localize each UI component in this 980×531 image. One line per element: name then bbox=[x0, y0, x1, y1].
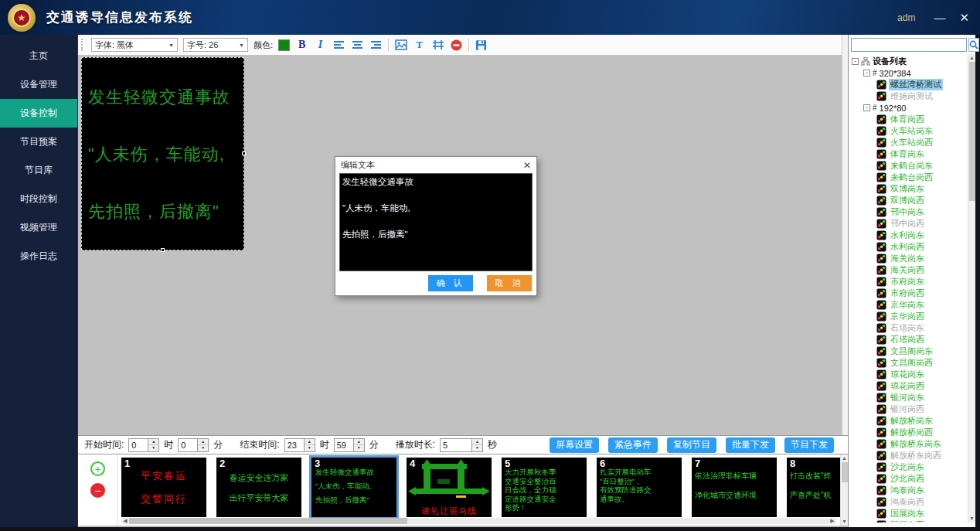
end-hour-stepper[interactable]: 23▲▼ bbox=[284, 438, 315, 452]
action-button[interactable]: 节目下发 bbox=[784, 437, 834, 453]
device-item[interactable]: 京华岗西 bbox=[852, 311, 975, 322]
resize-handle-bottom[interactable] bbox=[161, 248, 165, 252]
start-hour-stepper[interactable]: 0▲▼ bbox=[128, 438, 159, 452]
delete-button[interactable] bbox=[450, 39, 463, 52]
sidebar-item[interactable]: 设备控制 bbox=[0, 99, 77, 128]
device-item[interactable]: 邗中岗西 bbox=[852, 218, 975, 230]
device-item[interactable]: 海关岗东 bbox=[852, 253, 975, 264]
device-item[interactable]: 琼花岗西 bbox=[852, 380, 975, 392]
collapse-icon[interactable]: - bbox=[863, 104, 870, 111]
device-item[interactable]: 双博岗西 bbox=[852, 195, 975, 206]
device-item[interactable]: 石塔岗东 bbox=[852, 322, 975, 334]
action-button[interactable]: 复制节目 bbox=[667, 437, 716, 453]
font-family-select[interactable]: 字体: 黑体 ▼ bbox=[91, 38, 178, 52]
device-item[interactable]: 螺丝湾桥测试 bbox=[852, 79, 975, 90]
road-sign-button[interactable] bbox=[431, 39, 444, 52]
led-preview[interactable]: 发生轻微交通事故 "人未伤，车能动, 先拍照，后撤离" bbox=[81, 57, 244, 250]
italic-button[interactable]: I bbox=[314, 39, 327, 52]
bold-button[interactable]: B bbox=[295, 39, 308, 52]
dialog-textarea[interactable]: 发生轻微交通事故 "人未伤，车能动, 先拍照，后撤离" bbox=[339, 173, 533, 271]
scrollbar-thumb[interactable] bbox=[969, 62, 975, 201]
cancel-button[interactable]: 取 消 bbox=[487, 275, 532, 291]
device-item[interactable]: 鸿泰岗西 bbox=[852, 496, 975, 508]
device-search-input[interactable] bbox=[851, 38, 967, 52]
scroll-up-icon[interactable]: ▲ bbox=[842, 454, 847, 462]
device-item[interactable]: 文昌阁岗西 bbox=[852, 357, 975, 369]
playlist-item[interactable]: 4 bbox=[407, 458, 492, 517]
device-item[interactable]: 国展岗西 bbox=[852, 519, 975, 522]
playlist-horizontal-scrollbar[interactable]: ◀ ▶ bbox=[121, 518, 836, 524]
align-right-button[interactable] bbox=[369, 39, 383, 52]
collapse-icon[interactable]: - bbox=[863, 70, 870, 77]
device-item[interactable]: 来鹤台岗东 bbox=[852, 160, 975, 172]
scroll-up-icon[interactable]: ▲ bbox=[969, 54, 975, 62]
device-item[interactable]: 银河岗东 bbox=[852, 392, 975, 403]
device-item[interactable]: 邗中岗东 bbox=[852, 206, 975, 218]
search-button[interactable] bbox=[968, 38, 979, 52]
device-item[interactable]: 水利岗东 bbox=[852, 230, 975, 241]
font-size-select[interactable]: 字号: 26 ▼ bbox=[183, 38, 248, 52]
scroll-down-icon[interactable]: ▼ bbox=[842, 518, 847, 526]
insert-image-button[interactable] bbox=[394, 39, 407, 52]
playlist-item[interactable]: 5 bbox=[502, 458, 587, 517]
insert-text-button[interactable]: T bbox=[413, 39, 426, 52]
device-item[interactable]: 海关岗西 bbox=[852, 264, 975, 276]
sidebar-item[interactable]: 节目预案 bbox=[0, 128, 77, 156]
device-item[interactable]: 解放桥岗西 bbox=[852, 427, 975, 438]
playlist-item[interactable]: 8 bbox=[787, 458, 848, 517]
device-item[interactable]: 沙北岗西 bbox=[852, 473, 975, 485]
resize-handle-right[interactable] bbox=[242, 151, 246, 155]
scroll-left-icon[interactable]: ◀ bbox=[121, 518, 129, 524]
start-minute-stepper[interactable]: 0▲▼ bbox=[178, 438, 209, 452]
playlist-item[interactable]: 6 bbox=[597, 458, 682, 517]
add-program-button[interactable]: + bbox=[90, 461, 105, 476]
close-button[interactable]: ✕ bbox=[959, 12, 969, 23]
device-item[interactable]: 火车站岗西 bbox=[852, 137, 975, 148]
playlist-vertical-scrollbar[interactable]: ▲ ▼ bbox=[840, 454, 848, 526]
playlist-item[interactable]: 7 bbox=[692, 458, 777, 517]
dialog-close-icon[interactable]: ✕ bbox=[523, 160, 531, 171]
sidebar-item[interactable]: 主页 bbox=[0, 42, 77, 70]
device-item[interactable]: 来鹤台岗西 bbox=[852, 172, 975, 183]
sidebar-item[interactable]: 操作日志 bbox=[0, 242, 77, 271]
confirm-button[interactable]: 确 认 bbox=[428, 275, 473, 291]
action-button[interactable]: 屏幕设置 bbox=[550, 437, 599, 453]
action-button[interactable]: 批量下发 bbox=[726, 437, 775, 453]
align-center-button[interactable] bbox=[351, 39, 364, 52]
scrollbar-thumb[interactable] bbox=[842, 462, 848, 482]
color-swatch[interactable] bbox=[278, 39, 290, 51]
device-item[interactable]: 双博岗东 bbox=[852, 183, 975, 195]
action-button[interactable]: 紧急事件 bbox=[608, 437, 658, 453]
save-icon[interactable] bbox=[475, 39, 488, 52]
playlist-item[interactable]: 2 bbox=[216, 458, 301, 517]
sidebar-item[interactable]: 设备管理 bbox=[0, 70, 77, 99]
device-group-label[interactable]: 320*384 bbox=[880, 69, 911, 78]
remove-program-button[interactable]: − bbox=[90, 483, 105, 498]
sidebar-item[interactable]: 节目库 bbox=[0, 156, 77, 185]
device-item[interactable]: 市府岗东 bbox=[852, 276, 975, 288]
minimize-button[interactable]: — bbox=[934, 12, 945, 23]
device-item[interactable]: 沙北岗东 bbox=[852, 461, 975, 473]
device-item[interactable]: 解放桥东岗东 bbox=[852, 438, 975, 450]
device-item[interactable]: 体育岗东 bbox=[852, 148, 975, 160]
device-item[interactable]: 鸿泰岗东 bbox=[852, 485, 975, 496]
sidebar-item[interactable]: 时段控制 bbox=[0, 185, 77, 213]
scroll-down-icon[interactable]: ▼ bbox=[969, 515, 975, 522]
device-item[interactable]: 国展岗东 bbox=[852, 508, 975, 519]
device-item[interactable]: 解放桥岗东 bbox=[852, 415, 975, 427]
device-item[interactable]: 琼花岗东 bbox=[852, 369, 975, 380]
device-item[interactable]: 银河岗西 bbox=[852, 403, 975, 415]
sidebar-item[interactable]: 视频管理 bbox=[0, 213, 77, 242]
device-tree-scrollbar[interactable]: ▲ ▼ bbox=[968, 54, 975, 522]
align-left-button[interactable] bbox=[332, 39, 345, 52]
device-item[interactable]: 火车站岗东 bbox=[852, 125, 975, 137]
device-tree-root[interactable]: 设备列表 bbox=[873, 56, 907, 67]
device-group-label[interactable]: 192*80 bbox=[880, 104, 907, 113]
device-item[interactable]: 文昌阁岗东 bbox=[852, 345, 975, 357]
playlist-item[interactable]: 3 bbox=[311, 458, 396, 517]
collapse-icon[interactable]: - bbox=[852, 58, 859, 65]
device-item[interactable]: 解放桥东岗西 bbox=[852, 450, 975, 461]
device-item[interactable]: 市府岗西 bbox=[852, 288, 975, 299]
duration-stepper[interactable]: 5▲▼ bbox=[440, 438, 483, 452]
end-minute-stepper[interactable]: 59▲▼ bbox=[334, 438, 365, 452]
